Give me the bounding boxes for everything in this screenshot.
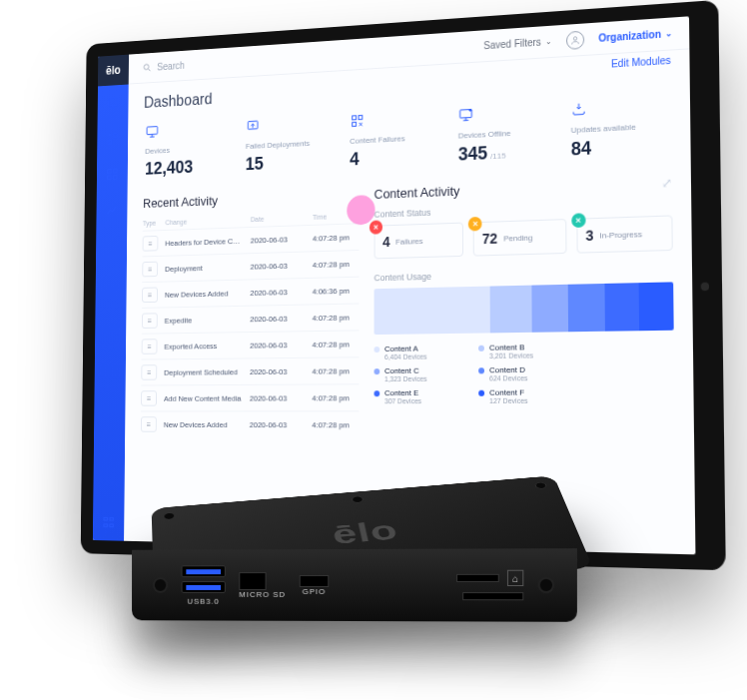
card-slot-icon bbox=[456, 574, 499, 582]
legend-sub: 3,201 Devices bbox=[489, 351, 533, 359]
content-usage-label: Content Usage bbox=[374, 266, 674, 284]
svg-point-9 bbox=[144, 64, 149, 69]
activity-date: 2020-06-03 bbox=[250, 314, 305, 324]
status-card[interactable]: × 3 In-Progress bbox=[576, 215, 673, 253]
nav-devices-icon[interactable] bbox=[105, 94, 121, 112]
activity-date: 2020-06-03 bbox=[250, 366, 305, 375]
activity-row[interactable]: ≡ Exported Access 2020-06-03 4:07:28 pm bbox=[142, 330, 360, 358]
activity-name: Expedite bbox=[165, 315, 243, 325]
activity-type-icon: ≡ bbox=[141, 364, 157, 380]
home-button-icon: ⌂ bbox=[507, 570, 523, 586]
activity-type-icon: ≡ bbox=[141, 390, 157, 405]
nav-settings-icon[interactable] bbox=[101, 513, 117, 531]
activity-type-icon: ≡ bbox=[142, 287, 158, 303]
dashboard-screen: ēlo Search bbox=[93, 16, 696, 554]
legend-dot-icon bbox=[478, 346, 484, 351]
activity-name: New Devices Added bbox=[164, 420, 243, 429]
legend-sub: 307 Devices bbox=[384, 397, 421, 404]
status-label: Pending bbox=[503, 233, 532, 243]
legend-name: Content B bbox=[489, 343, 533, 352]
usb-port-icon bbox=[182, 581, 226, 593]
activity-date: 2020-06-03 bbox=[251, 234, 306, 245]
usb-ports: USB3.0 bbox=[182, 565, 226, 605]
activity-name: Deployment bbox=[165, 263, 243, 274]
activity-time: 4:07:28 pm bbox=[312, 420, 359, 429]
device-front-panel: USB3.0 MICRO SD GPIO ⌂ bbox=[132, 548, 577, 622]
knob-right bbox=[538, 577, 554, 593]
status-value: 72 bbox=[482, 231, 497, 248]
activity-date: 2020-06-03 bbox=[250, 287, 305, 297]
legend-item: Content B 3,201 Devices bbox=[478, 343, 568, 359]
svg-rect-6 bbox=[110, 518, 113, 521]
status-badge-icon: × bbox=[571, 213, 585, 228]
legend-sub: 6,404 Devices bbox=[384, 353, 427, 360]
nav-grid-icon[interactable] bbox=[105, 166, 121, 184]
status-value: 4 bbox=[382, 234, 389, 250]
upload-icon bbox=[246, 115, 334, 137]
search-placeholder: Search bbox=[157, 60, 185, 72]
screw-icon bbox=[534, 482, 548, 489]
card-slot-icon bbox=[462, 592, 523, 600]
organization-dropdown[interactable]: Organization ⌄ bbox=[598, 28, 672, 44]
usage-segment bbox=[568, 284, 605, 332]
legend-name: Content A bbox=[384, 344, 427, 353]
activity-type-icon: ≡ bbox=[143, 236, 159, 252]
tablet-frame: ēlo Search bbox=[81, 0, 726, 570]
activity-type-icon: ≡ bbox=[141, 416, 157, 431]
kpi-devices-offline[interactable]: Devices Offline 345/115 bbox=[456, 98, 555, 169]
saved-filters-dropdown[interactable]: Saved Filters ⌄ bbox=[483, 36, 552, 52]
activity-row[interactable]: ≡ Expedite 2020-06-03 4:07:28 pm bbox=[142, 303, 360, 333]
activity-type-icon: ≡ bbox=[142, 262, 158, 278]
status-card[interactable]: × 72 Pending bbox=[473, 219, 566, 257]
status-label: Failures bbox=[395, 237, 422, 247]
status-card[interactable]: × 4 Failures bbox=[374, 223, 464, 260]
activity-time: 4:07:28 pm bbox=[313, 233, 360, 243]
activity-time: 4:07:28 pm bbox=[312, 366, 359, 375]
screw-icon bbox=[163, 512, 175, 520]
activity-date: 2020-06-03 bbox=[250, 420, 305, 429]
activity-type-icon: ≡ bbox=[142, 313, 158, 329]
svg-rect-15 bbox=[353, 122, 357, 126]
activity-date: 2020-06-03 bbox=[250, 341, 305, 350]
svg-rect-5 bbox=[104, 517, 107, 520]
activity-name: Add New Content Media bbox=[164, 393, 243, 402]
activity-row[interactable]: ≡ New Devices Added 2020-06-03 4:07:28 p… bbox=[141, 410, 359, 437]
nav-deploy-icon[interactable] bbox=[105, 130, 121, 148]
grid-x-icon bbox=[350, 109, 440, 132]
svg-rect-1 bbox=[108, 169, 111, 173]
kpi-updates-available[interactable]: Updates available 84 bbox=[568, 92, 671, 165]
legend-item: Content D 624 Devices bbox=[478, 364, 568, 381]
activity-row[interactable]: ≡ Deployment Scheduled 2020-06-03 4:07:2… bbox=[141, 356, 359, 384]
nav-analytics-icon[interactable] bbox=[104, 201, 120, 219]
svg-point-10 bbox=[573, 36, 576, 40]
legend-dot-icon bbox=[478, 390, 484, 396]
status-badge-icon: × bbox=[370, 220, 382, 234]
brand-logo[interactable]: ēlo bbox=[98, 55, 129, 87]
kpi-failed-deployments[interactable]: Failed Deployments 15 bbox=[244, 110, 336, 179]
kpi-content-failures[interactable]: Content Failures 4 bbox=[348, 105, 442, 175]
svg-rect-2 bbox=[113, 169, 116, 173]
tablet-camera bbox=[701, 283, 710, 292]
chevron-down-icon: ⌄ bbox=[545, 37, 552, 47]
usage-segment bbox=[604, 283, 639, 332]
legend-dot-icon bbox=[374, 368, 380, 374]
svg-rect-8 bbox=[110, 524, 113, 527]
svg-rect-14 bbox=[359, 116, 363, 120]
activity-type-icon: ≡ bbox=[142, 339, 158, 354]
expand-icon[interactable]: ⤢ bbox=[661, 175, 672, 190]
user-avatar-icon[interactable] bbox=[566, 30, 584, 49]
kpi-devices[interactable]: Devices 12,403 bbox=[143, 116, 231, 183]
activity-row[interactable]: ≡ Add New Content Media 2020-06-03 4:07:… bbox=[141, 383, 359, 410]
activity-time: 4:07:28 pm bbox=[313, 259, 360, 269]
usage-segment bbox=[639, 282, 674, 331]
status-badge-icon: × bbox=[468, 217, 482, 232]
legend-dot-icon bbox=[374, 390, 380, 396]
activity-name: Exported Access bbox=[164, 341, 243, 350]
activity-time: 4:07:28 pm bbox=[313, 313, 360, 323]
update-icon bbox=[570, 96, 669, 120]
activity-time: 4:07:28 pm bbox=[313, 340, 360, 350]
legend-item: Content E 307 Devices bbox=[374, 388, 461, 404]
search-icon bbox=[143, 62, 153, 73]
status-label: In-Progress bbox=[599, 229, 642, 240]
main-area: Search Saved Filters ⌄ Organization ⌄ Ed… bbox=[124, 16, 695, 554]
